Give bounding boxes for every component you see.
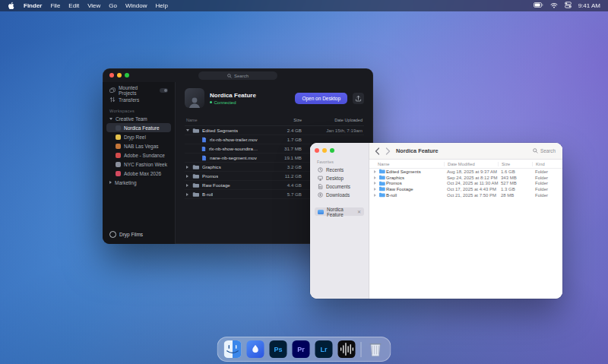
upload-button[interactable] bbox=[353, 93, 364, 104]
sidebar-group-label: Creative Team bbox=[116, 116, 147, 122]
eject-button[interactable]: ✕ bbox=[357, 209, 361, 214]
forward-button[interactable] bbox=[385, 144, 391, 158]
sidebar-item-label: Dryp Reel bbox=[124, 135, 146, 140]
disclosure-closed-icon[interactable] bbox=[186, 175, 188, 178]
dock-waveform-app[interactable] bbox=[338, 340, 356, 358]
folder-icon bbox=[192, 191, 199, 198]
sidebar-item-nordica-feature-volume[interactable]: Nordica Feature ✕ bbox=[315, 207, 364, 216]
sidebar-item-transfers[interactable]: Transfers bbox=[106, 95, 171, 104]
finder-row-promos[interactable]: Promos Oct 24, 2025 at 11:30 AM 527 MB F… bbox=[369, 180, 562, 186]
folder-icon bbox=[378, 181, 385, 186]
dock-lightroom[interactable]: Lr bbox=[315, 340, 333, 358]
sidebar-item-label: Nordica Feature bbox=[124, 125, 160, 131]
dock-divider bbox=[361, 342, 362, 357]
sidebar-item-adobe-sundance[interactable]: Adobe - Sundance bbox=[106, 150, 171, 160]
finder-row-graphics[interactable]: Graphics Sep 24, 2025 at 8:12 PM 343 MB … bbox=[369, 175, 562, 181]
trash-icon bbox=[367, 340, 385, 358]
waveform-icon bbox=[338, 340, 356, 358]
sidebar-item-nyc-fashion-week[interactable]: NYC Fashion Week bbox=[106, 160, 171, 169]
finder-file-list: Edited Segments Aug 18, 2025 at 9:37 AM … bbox=[369, 169, 562, 299]
dock-finder[interactable] bbox=[224, 340, 242, 358]
back-button[interactable] bbox=[375, 144, 380, 158]
sidebar-item-mounted-projects[interactable]: Mounted Projects bbox=[106, 86, 171, 95]
column-date-uploaded[interactable]: Date Uploaded bbox=[302, 118, 363, 122]
table-row-edited-segments[interactable]: Edited Segments 2.4 GB Jan 15th, 7:19am bbox=[185, 126, 364, 135]
menu-item-view[interactable]: View bbox=[87, 2, 100, 9]
sidebar-item-dryp-reel[interactable]: Dryp Reel bbox=[106, 132, 171, 141]
column-date-modified[interactable]: Date Modified bbox=[444, 162, 501, 166]
sidebar-item-documents[interactable]: Documents bbox=[315, 182, 364, 191]
battery-icon[interactable] bbox=[534, 2, 543, 9]
folder-icon bbox=[192, 173, 199, 179]
sidebar-item-downloads[interactable]: Downloads bbox=[315, 191, 364, 199]
open-on-desktop-button[interactable]: Open on Desktop bbox=[295, 93, 347, 104]
disclosure-closed-icon[interactable] bbox=[186, 166, 188, 169]
finder-icon bbox=[224, 340, 242, 358]
search-placeholder: Search bbox=[234, 74, 249, 78]
column-size[interactable]: Size bbox=[498, 162, 535, 166]
close-button[interactable] bbox=[109, 73, 114, 78]
menu-clock[interactable]: 9:41 AM bbox=[578, 2, 600, 9]
workspaces-section-label: Workspaces bbox=[109, 109, 168, 113]
disclosure-closed-icon[interactable] bbox=[374, 182, 376, 185]
file-icon bbox=[201, 146, 206, 152]
disclosure-closed-icon[interactable] bbox=[374, 170, 376, 173]
minimize-button[interactable] bbox=[117, 73, 122, 78]
app-search-field[interactable]: Search bbox=[198, 71, 277, 80]
finder-minimize-button[interactable] bbox=[322, 148, 327, 153]
sidebar-group-creative-team[interactable]: Creative Team bbox=[106, 114, 171, 123]
sidebar-item-adobe-max-2026[interactable]: Adobe Max 2026 bbox=[106, 169, 171, 178]
connection-status: Connected bbox=[210, 100, 256, 105]
finder-search-field[interactable]: Search bbox=[533, 148, 556, 154]
disclosure-open-icon[interactable] bbox=[186, 129, 189, 131]
disclosure-closed-icon[interactable] bbox=[186, 193, 188, 196]
wifi-icon[interactable] bbox=[550, 2, 558, 10]
folder-icon bbox=[192, 164, 199, 170]
finder-zoom-button[interactable] bbox=[330, 148, 334, 153]
sidebar-item-nab-las-vegas[interactable]: NAB Las Vegas bbox=[106, 141, 171, 150]
workspace-icon bbox=[116, 171, 121, 176]
disclosure-closed-icon[interactable] bbox=[374, 188, 376, 191]
apple-menu-icon[interactable] bbox=[8, 2, 15, 10]
sidebar-item-desktop[interactable]: Desktop bbox=[315, 174, 364, 182]
sidebar-item-recents[interactable]: Recents bbox=[315, 166, 364, 174]
menu-item-go[interactable]: Go bbox=[109, 2, 117, 9]
column-kind[interactable]: Kind bbox=[532, 162, 556, 166]
menu-item-window[interactable]: Window bbox=[125, 2, 147, 9]
dock-photoshop[interactable]: Ps bbox=[270, 340, 287, 358]
dock-dryp-app[interactable] bbox=[247, 340, 264, 358]
folder-icon bbox=[192, 182, 199, 188]
column-size[interactable]: Size bbox=[259, 118, 302, 122]
disclosure-closed-icon[interactable] bbox=[374, 176, 376, 179]
sidebar-group-marketing[interactable]: Marketing bbox=[106, 178, 171, 187]
transfers-icon bbox=[109, 97, 116, 103]
finder-sidebar: Favorites Recents Desktop Documents Down… bbox=[310, 143, 369, 299]
mounted-projects-toggle[interactable] bbox=[160, 88, 168, 93]
sidebar-item-label: NAB Las Vegas bbox=[124, 144, 159, 149]
sidebar-item-label: Transfers bbox=[119, 97, 139, 103]
control-center-icon[interactable] bbox=[565, 2, 572, 10]
column-name[interactable]: Name bbox=[378, 162, 447, 166]
finder-row-raw-footage[interactable]: Raw Footage Oct 17, 2025 at 4:43 PM 1.3 … bbox=[369, 186, 562, 192]
menu-item-finder[interactable]: Finder bbox=[24, 2, 42, 9]
finder-row-b-roll[interactable]: B-roll Oct 21, 2025 at 7:50 PM 28 MB Fol… bbox=[369, 192, 562, 198]
column-name[interactable]: Name bbox=[186, 118, 259, 122]
dock-trash[interactable] bbox=[367, 340, 385, 358]
account-footer[interactable]: Dryp Films bbox=[109, 231, 143, 238]
dock-premiere[interactable]: Pr bbox=[293, 340, 310, 358]
menu-item-help[interactable]: Help bbox=[155, 2, 167, 9]
clock-icon bbox=[318, 167, 323, 173]
finder-close-button[interactable] bbox=[315, 148, 319, 153]
disclosure-closed-icon[interactable] bbox=[186, 184, 188, 187]
projects-icon bbox=[109, 87, 116, 93]
disclosure-closed-icon[interactable] bbox=[374, 194, 376, 197]
menu-item-file[interactable]: File bbox=[50, 2, 60, 9]
workspace-avatar-icon bbox=[116, 125, 121, 131]
sidebar-item-nordica-feature[interactable]: Nordica Feature bbox=[106, 123, 171, 132]
zoom-button[interactable] bbox=[125, 73, 129, 78]
menu-item-edit[interactable]: Edit bbox=[68, 2, 79, 9]
finder-row-edited-segments[interactable]: Edited Segments Aug 18, 2025 at 9:37 AM … bbox=[369, 169, 562, 175]
download-icon bbox=[318, 192, 323, 198]
file-icon bbox=[201, 137, 207, 143]
sidebar-group-label: Marketing bbox=[115, 180, 137, 185]
